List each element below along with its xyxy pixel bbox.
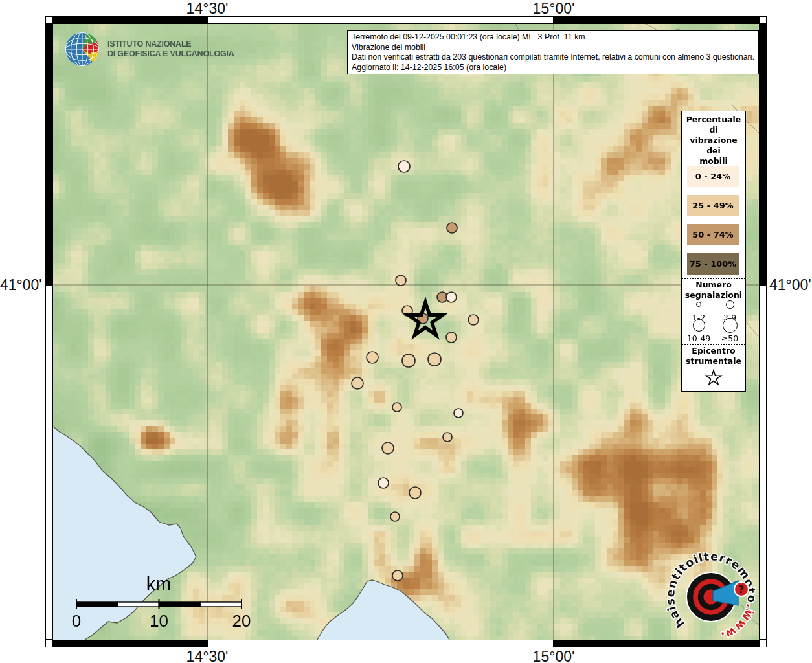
legend-swatch: 75 - 100% bbox=[687, 253, 739, 275]
legend-divider bbox=[682, 344, 745, 345]
frame-segment bbox=[45, 24, 53, 285]
felt-report-point bbox=[392, 403, 401, 412]
event-info-box: Terremoto del 09-12-2025 00:01:23 (ora l… bbox=[347, 30, 759, 74]
info-line: Aggiornato il: 14-12-2025 16:05 (ora loc… bbox=[352, 63, 754, 73]
felt-report-point bbox=[447, 223, 457, 233]
frame-segment bbox=[207, 16, 554, 24]
map-area bbox=[53, 24, 759, 640]
coord-label-bottom: 14°30' bbox=[168, 648, 246, 663]
felt-report-point bbox=[446, 292, 457, 302]
scale-unit-label: km bbox=[139, 574, 178, 595]
map-page: Terremoto del 09-12-2025 00:01:23 (ora l… bbox=[0, 0, 812, 663]
frame-corner bbox=[759, 16, 767, 24]
felt-report-point bbox=[446, 332, 457, 343]
felt-report-point bbox=[367, 352, 378, 363]
ingv-name-line1: ISTITUTO NAZIONALE bbox=[107, 39, 234, 49]
legend-title-line: Percentuale bbox=[682, 115, 745, 125]
legend-swatch: 50 - 74% bbox=[687, 224, 739, 245]
ingv-logo-text: ISTITUTO NAZIONALE DI GEOFISICA E VULCAN… bbox=[107, 39, 234, 59]
felt-report-point bbox=[454, 409, 463, 418]
ingv-logo: ISTITUTO NAZIONALE DI GEOFISICA E VULCAN… bbox=[63, 30, 234, 68]
question-icon: ? bbox=[734, 582, 749, 596]
svg-text:?: ? bbox=[738, 583, 744, 596]
count-label: 10-49 bbox=[682, 333, 715, 343]
frame-segment bbox=[207, 640, 554, 647]
felt-report-point bbox=[409, 487, 421, 499]
felt-report-point bbox=[398, 161, 410, 172]
count-label: ≥50 bbox=[714, 333, 746, 343]
legend-title-line: Epicentro bbox=[682, 346, 745, 356]
count-circle-icon bbox=[726, 300, 734, 309]
felt-report-point bbox=[382, 442, 394, 454]
count-circle-icon bbox=[723, 318, 738, 333]
coord-label-top: 14°30' bbox=[168, 0, 246, 17]
felt-report-point bbox=[390, 512, 400, 521]
info-line: Vibrazione dei mobili bbox=[352, 43, 754, 53]
coord-label-left: 41°00' bbox=[0, 276, 41, 294]
legend-title-line: segnalazioni bbox=[682, 290, 745, 300]
count-circle-icon bbox=[696, 302, 701, 307]
ingv-globe-icon bbox=[63, 30, 101, 68]
coord-label-bottom: 15°00' bbox=[515, 648, 592, 663]
frame-corner bbox=[45, 16, 53, 24]
count-circle-icon bbox=[693, 319, 705, 332]
legend-swatch: 25 - 49% bbox=[687, 195, 739, 216]
legend-title-line: mobili bbox=[682, 156, 745, 166]
legend-swatch: 0 - 24% bbox=[687, 166, 739, 187]
coord-label-top: 15°00' bbox=[515, 0, 592, 17]
felt-report-point bbox=[468, 315, 479, 325]
legend-title-line: strumentale bbox=[682, 356, 745, 366]
frame-segment bbox=[759, 285, 767, 640]
epicenter-star-icon bbox=[704, 368, 723, 387]
site-logo: haisentitoilterremoto.it www. ? bbox=[664, 550, 758, 641]
scale-tick-label: 0 bbox=[57, 611, 96, 631]
frame-corner bbox=[759, 640, 767, 647]
felt-report-point bbox=[428, 353, 441, 366]
coord-label-right: 41°00' bbox=[769, 276, 811, 294]
scale-tick-label: 10 bbox=[140, 611, 179, 631]
legend-title-line: di bbox=[682, 125, 745, 135]
felt-report-point bbox=[396, 275, 406, 286]
ingv-name-line2: DI GEOFISICA E VULCANOLOGIA bbox=[107, 49, 234, 59]
felt-report-point bbox=[443, 433, 452, 442]
felt-report-point bbox=[392, 570, 403, 581]
felt-report-point bbox=[352, 377, 363, 389]
legend-title-line: Numero bbox=[682, 280, 745, 290]
scale-tick-label: 20 bbox=[222, 611, 261, 631]
info-line: Terremoto del 09-12-2025 00:01:23 (ora l… bbox=[352, 32, 754, 43]
scale-bar bbox=[71, 598, 247, 612]
frame-segment bbox=[45, 285, 53, 640]
felt-report-point bbox=[378, 478, 389, 488]
legend-title-line: vibrazione bbox=[682, 135, 745, 146]
frame-corner bbox=[45, 640, 53, 647]
frame-segment bbox=[53, 640, 207, 647]
felt-report-point bbox=[402, 354, 415, 367]
legend-title-line: dei bbox=[682, 146, 745, 156]
frame-segment bbox=[759, 24, 767, 285]
map-points-layer bbox=[53, 24, 759, 640]
legend-box: Percentualedivibrazionedeimobili0 - 24%2… bbox=[681, 111, 746, 392]
legend-divider bbox=[682, 278, 745, 279]
info-line: Dati non verificati estratti da 203 ques… bbox=[352, 52, 754, 63]
